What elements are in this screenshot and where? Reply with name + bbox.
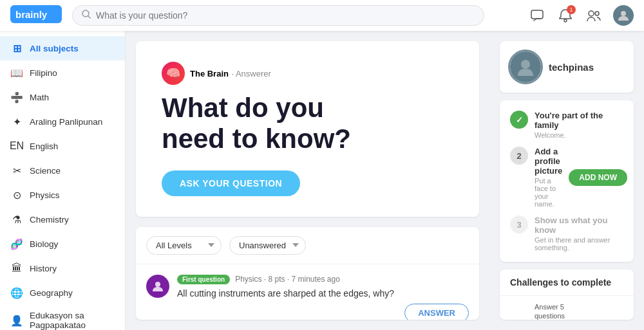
- step-2-num: 2: [510, 147, 528, 165]
- sidebar-item-filipino[interactable]: 📖 Filipino: [0, 60, 125, 85]
- profile-avatar: [510, 51, 541, 82]
- step-1: ✓ You're part of the family Welcome.: [510, 111, 623, 139]
- challenges-card: Challenges to complete 🏆 Answer 5 questi…: [500, 270, 634, 320]
- answer-button-0[interactable]: ANSWER: [404, 304, 469, 320]
- svg-rect-4: [531, 10, 543, 19]
- sidebar-icon-chemistry: ⚗: [10, 213, 23, 226]
- profile-card: techpinas: [500, 41, 634, 93]
- sidebar: ⊞ All subjects 📖 Filipino ➗ Math ✦ Arali…: [0, 31, 126, 330]
- svg-text:brainly: brainly: [15, 9, 48, 20]
- sidebar-icon-geography: 🌐: [10, 286, 23, 299]
- question-text-0: All cutting instruments are sharped at t…: [177, 288, 469, 298]
- sidebar-icon-edukasyon: 👤: [10, 314, 23, 327]
- sidebar-icon-english: EN: [10, 140, 23, 152]
- sidebar-item-science[interactable]: ✂ Science: [0, 158, 125, 183]
- sidebar-icon-physics: ⊙: [10, 188, 23, 201]
- svg-line-3: [88, 16, 90, 18]
- step-3-content: Show us what you know Get in there and a…: [535, 215, 623, 252]
- challenge-item-0: 🏆 Answer 5 questions from any subject in…: [500, 296, 634, 320]
- sidebar-icon-all-subjects: ⊞: [10, 42, 23, 55]
- sidebar-icon-history: 🏛: [10, 262, 23, 275]
- level-filter[interactable]: All LevelsElementaryHigh SchoolCollege: [146, 236, 222, 255]
- search-bar: [72, 5, 484, 26]
- sidebar-label-edukasyon: Edukasyon sa Pagpapakatao: [30, 311, 115, 330]
- step-2-content: Add a profile picture Put a face to your…: [535, 147, 562, 208]
- question-badge-0: First question: [177, 275, 230, 284]
- question-body-0: First question Physics · 8 pts · 7 minut…: [177, 275, 469, 320]
- step-1-subtitle: Welcome.: [535, 131, 623, 139]
- step-3-num: 3: [510, 215, 528, 234]
- challenges-title: Challenges to complete: [500, 270, 634, 296]
- profile-username: techpinas: [549, 62, 594, 73]
- sidebar-label-filipino: Filipino: [30, 68, 57, 78]
- sidebar-item-geography[interactable]: 🌐 Geography: [0, 280, 125, 305]
- search-icon: [82, 10, 91, 21]
- step-3: 3 Show us what you know Get in there and…: [510, 215, 623, 252]
- sidebar-item-edukasyon[interactable]: 👤 Edukasyon sa Pagpapakatao: [0, 305, 125, 330]
- sidebar-label-chemistry: Chemistry: [30, 215, 69, 225]
- svg-point-7: [595, 12, 599, 15]
- header: brainly 1: [0, 0, 644, 31]
- sidebar-item-english[interactable]: EN English: [0, 134, 125, 158]
- sidebar-item-math[interactable]: ➗ Math: [0, 85, 125, 109]
- sidebar-label-araling-panlipunan: Araling Panlipunan: [30, 117, 102, 127]
- sidebar-item-chemistry[interactable]: ⚗ Chemistry: [0, 207, 125, 232]
- sidebar-icon-biology: 🧬: [10, 237, 23, 250]
- hero-tag-label: The Brain · Answerer: [190, 68, 271, 79]
- step-1-num: ✓: [510, 111, 528, 129]
- step-2: 2 Add a profile picture Put a face to yo…: [510, 147, 623, 208]
- sidebar-icon-filipino: 📖: [10, 66, 23, 79]
- search-input[interactable]: [96, 10, 475, 21]
- svg-point-8: [621, 11, 626, 16]
- hero-card: 🧠 The Brain · Answerer What do you need …: [136, 41, 479, 217]
- step-1-title: You're part of the family: [535, 111, 623, 130]
- main-layout: ⊞ All subjects 📖 Filipino ➗ Math ✦ Arali…: [0, 31, 644, 330]
- add-now-button[interactable]: ADD NOW: [569, 169, 627, 186]
- step-2-subtitle: Put a face to your name.: [535, 177, 562, 208]
- steps-card: ✓ You're part of the family Welcome. 2 A…: [500, 100, 634, 262]
- hero-left: 🧠 The Brain · Answerer What do you need …: [162, 62, 393, 196]
- notification-icon[interactable]: 1: [556, 6, 574, 24]
- right-panel: techpinas ✓ You're part of the family We…: [489, 31, 644, 330]
- sidebar-label-english: English: [30, 142, 58, 151]
- question-avatar-0: [146, 275, 169, 298]
- sidebar-item-all-subjects[interactable]: ⊞ All subjects: [0, 36, 125, 60]
- chat-icon[interactable]: [528, 6, 546, 24]
- ask-question-button[interactable]: ASK YOUR QUESTION: [162, 170, 300, 196]
- question-meta-0: First question Physics · 8 pts · 7 minut…: [177, 275, 469, 284]
- sidebar-label-physics: Physics: [30, 190, 60, 200]
- challenge-text-0: Answer 5 questions from any subject in 4…: [535, 302, 580, 320]
- feed-filters: All LevelsElementaryHigh SchoolCollege U…: [136, 227, 479, 264]
- step-3-subtitle: Get in there and answer something.: [535, 236, 623, 252]
- user-avatar[interactable]: [613, 5, 634, 26]
- logo[interactable]: brainly: [10, 5, 62, 26]
- sidebar-item-history[interactable]: 🏛 History: [0, 256, 125, 280]
- content-area: 🧠 The Brain · Answerer What do you need …: [126, 31, 489, 330]
- hero-tag: 🧠 The Brain · Answerer: [162, 62, 393, 85]
- profile-ring: [508, 50, 543, 84]
- sidebar-label-history: History: [30, 264, 57, 273]
- community-icon[interactable]: [585, 6, 603, 24]
- status-filter[interactable]: UnansweredAnswered: [229, 236, 306, 255]
- brain-icon: 🧠: [162, 62, 185, 85]
- step-2-title: Add a profile picture: [535, 147, 562, 176]
- sidebar-icon-math: ➗: [10, 91, 23, 104]
- svg-point-5: [564, 19, 567, 22]
- sidebar-item-physics[interactable]: ⊙ Physics: [0, 183, 125, 207]
- sidebar-label-geography: Geography: [30, 288, 73, 298]
- step-1-content: You're part of the family Welcome.: [535, 111, 623, 139]
- header-actions: 1: [528, 5, 634, 26]
- sidebar-item-biology[interactable]: 🧬 Biology: [0, 232, 125, 256]
- svg-point-6: [589, 11, 594, 16]
- sidebar-icon-science: ✂: [10, 164, 23, 177]
- svg-point-9: [155, 282, 160, 287]
- sidebar-icon-araling-panlipunan: ✦: [10, 115, 23, 128]
- sidebar-item-araling-panlipunan[interactable]: ✦ Araling Panlipunan: [0, 109, 125, 134]
- sidebar-label-biology: Biology: [30, 239, 58, 249]
- question-list: First question Physics · 8 pts · 7 minut…: [136, 264, 479, 320]
- sidebar-label-science: Science: [30, 166, 61, 176]
- challenge-info-0: Answer 5 questions from any subject in 4…: [535, 302, 580, 320]
- sidebar-label-math: Math: [30, 93, 49, 102]
- question-info-0: Physics · 8 pts · 7 minutes ago: [235, 275, 340, 284]
- hero-title: What do you need to know?: [162, 93, 393, 155]
